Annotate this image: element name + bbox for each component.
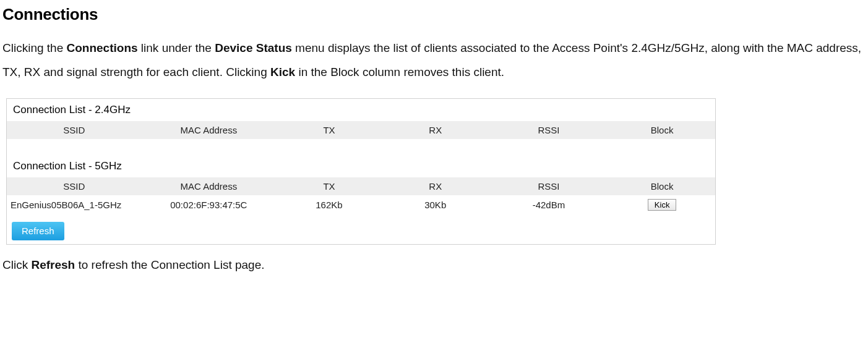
desc-bold-connections: Connections [67, 41, 138, 54]
desc-bold-kick: Kick [270, 65, 295, 78]
col-ssid: SSID [7, 121, 142, 139]
col-block: Block [609, 121, 715, 139]
cell-rx: 30Kb [382, 195, 489, 214]
kick-button[interactable]: Kick [648, 199, 677, 211]
desc-bold-device-status: Device Status [215, 41, 292, 54]
connection-table-5ghz: SSID MAC Address TX RX RSSI Block EnGeni… [7, 177, 715, 214]
desc-text: link under the [138, 41, 215, 54]
refresh-button[interactable]: Refresh [12, 222, 64, 240]
col-rx: RX [382, 121, 489, 139]
footer-text: to refresh the Connection List page. [75, 258, 264, 271]
description-paragraph: Clicking the Connections link under the … [2, 36, 866, 85]
page-title: Connections [2, 5, 866, 24]
footer-text: Click [2, 258, 31, 271]
cell-mac: 00:02:6F:93:47:5C [142, 195, 277, 214]
section-title-24ghz: Connection List - 2.4GHz [7, 99, 715, 121]
connection-list-panel: Connection List - 2.4GHz SSID MAC Addres… [6, 98, 716, 245]
col-tx: TX [276, 177, 382, 195]
cell-ssid: EnGenius05B06A_1-5GHz [7, 195, 142, 214]
col-block: Block [609, 177, 715, 195]
section-title-5ghz: Connection List - 5GHz [7, 155, 715, 177]
cell-rssi: -42dBm [489, 195, 609, 214]
col-rx: RX [382, 177, 489, 195]
col-ssid: SSID [7, 177, 142, 195]
col-rssi: RSSI [489, 177, 609, 195]
col-tx: TX [276, 121, 382, 139]
desc-text: in the Block column removes this client. [295, 65, 504, 78]
footer-paragraph: Click Refresh to refresh the Connection … [2, 258, 866, 272]
col-mac: MAC Address [142, 177, 277, 195]
cell-block: Kick [609, 195, 715, 214]
col-mac: MAC Address [142, 121, 277, 139]
connection-table-24ghz: SSID MAC Address TX RX RSSI Block [7, 121, 715, 155]
desc-text: Clicking the [2, 41, 67, 54]
table-header-row: SSID MAC Address TX RX RSSI Block [7, 121, 715, 139]
footer-bold-refresh: Refresh [31, 258, 75, 271]
table-row: EnGenius05B06A_1-5GHz 00:02:6F:93:47:5C … [7, 195, 715, 214]
table-header-row: SSID MAC Address TX RX RSSI Block [7, 177, 715, 195]
col-rssi: RSSI [489, 121, 609, 139]
cell-tx: 162Kb [276, 195, 382, 214]
empty-row [7, 139, 715, 155]
